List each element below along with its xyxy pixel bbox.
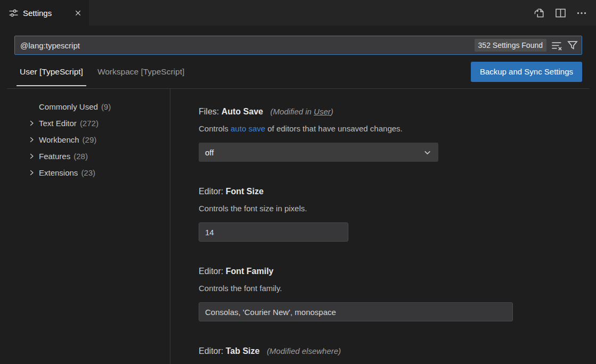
tab-workspace-settings-label: Workspace [TypeScript] <box>97 67 184 77</box>
modified-annotation: (Modified elsewhere) <box>267 346 341 355</box>
auto-save-select-value: off <box>205 148 214 157</box>
editor-actions <box>534 0 596 26</box>
setting-title: Editor: Tab Size (Modified elsewhere) <box>199 346 596 356</box>
setting-editor-font-size: Editor: Font Size Controls the font size… <box>199 186 596 242</box>
toc-item-workbench[interactable]: Workbench (29) <box>0 131 170 148</box>
settings-header-row: User [TypeScript] Workspace [TypeScript]… <box>0 55 596 88</box>
more-actions-icon[interactable] <box>576 7 587 18</box>
chevron-right-icon[interactable] <box>28 119 39 127</box>
settings-search-box: 352 Settings Found <box>14 36 582 55</box>
settings-body: Commonly Used (9) Text Editor (272) Work… <box>0 89 596 364</box>
chevron-right-icon[interactable] <box>28 152 39 160</box>
open-settings-json-icon[interactable] <box>534 7 545 19</box>
setting-title: Editor: Font Size <box>199 186 596 196</box>
setting-title: Editor: Font Family <box>199 266 596 276</box>
toc-item-text-editor[interactable]: Text Editor (272) <box>0 115 170 131</box>
setting-title: Files: Auto Save (Modified in User) <box>199 106 596 117</box>
setting-editor-tab-size: Editor: Tab Size (Modified elsewhere) <box>199 346 596 356</box>
scope-tabs: User [TypeScript] Workspace [TypeScript] <box>17 55 195 88</box>
toc-item-commonly-used[interactable]: Commonly Used (9) <box>0 98 170 115</box>
modified-annotation: (Modified in User) <box>270 107 333 116</box>
filter-icon[interactable] <box>567 40 578 51</box>
setting-description: Controls auto save of editors that have … <box>199 123 596 134</box>
toc-item-extensions[interactable]: Extensions (23) <box>0 164 170 181</box>
tab-user-settings-label: User [TypeScript] <box>20 67 83 77</box>
setting-description: Controls the font family. <box>199 283 596 293</box>
backup-sync-settings-button[interactable]: Backup and Sync Settings <box>471 62 582 82</box>
modified-in-user-link[interactable]: User <box>314 107 331 116</box>
tab-label: Settings <box>23 9 52 18</box>
settings-toc: Commonly Used (9) Text Editor (272) Work… <box>0 89 170 364</box>
split-editor-icon[interactable] <box>555 7 566 19</box>
setting-editor-font-family: Editor: Font Family Controls the font fa… <box>199 266 596 321</box>
settings-list: Files: Auto Save (Modified in User) Cont… <box>170 89 596 364</box>
auto-save-doc-link[interactable]: auto save <box>231 124 265 133</box>
chevron-down-icon <box>423 148 432 157</box>
settings-search-input[interactable] <box>15 36 475 54</box>
close-icon[interactable] <box>74 9 82 17</box>
settings-search-section: 352 Settings Found <box>0 26 596 55</box>
toc-item-features[interactable]: Features (28) <box>0 148 170 164</box>
setting-description: Controls the font size in pixels. <box>199 203 596 213</box>
tab-settings[interactable]: Settings <box>0 0 89 26</box>
editor-tab-bar: Settings <box>0 0 596 26</box>
settings-sliders-icon <box>9 9 18 18</box>
vscode-settings-window: Settings <box>0 0 596 364</box>
setting-files-auto-save: Files: Auto Save (Modified in User) Cont… <box>199 106 596 162</box>
tab-workspace-settings[interactable]: Workspace [TypeScript] <box>94 55 187 88</box>
chevron-right-icon[interactable] <box>28 136 39 144</box>
font-family-input[interactable] <box>199 302 513 321</box>
font-size-input[interactable] <box>199 222 348 242</box>
auto-save-select[interactable]: off <box>199 143 438 162</box>
chevron-right-icon[interactable] <box>28 169 39 177</box>
tab-user-settings[interactable]: User [TypeScript] <box>17 55 86 88</box>
results-count-badge: 352 Settings Found <box>475 39 546 52</box>
clear-search-results-icon[interactable] <box>551 40 562 51</box>
